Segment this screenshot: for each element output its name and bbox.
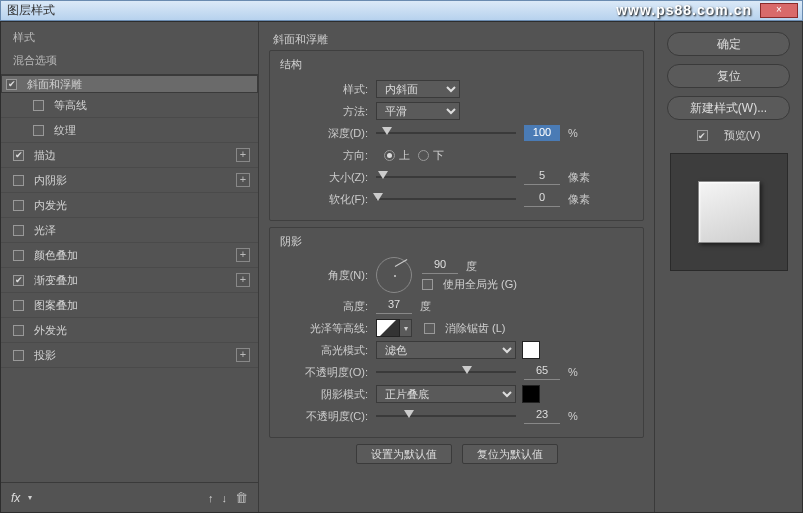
default-buttons-row: 设置为默认值 复位为默认值 (269, 444, 644, 464)
style-item-6[interactable]: 光泽 (1, 218, 258, 243)
fx-chevron-icon[interactable]: ▾ (28, 493, 32, 502)
style-item-0[interactable]: 斜面和浮雕 (1, 75, 258, 93)
shadow-opacity-label: 不透明度(C): (280, 409, 376, 424)
shadow-opacity-unit: % (568, 410, 578, 422)
size-slider[interactable] (376, 170, 516, 184)
method-select[interactable]: 平滑 (376, 102, 460, 120)
style-checkbox[interactable] (13, 175, 24, 186)
style-item-7[interactable]: 颜色叠加+ (1, 243, 258, 268)
arrow-up-icon[interactable]: ↑ (208, 492, 214, 504)
shading-group: 阴影 角度(N): 90度 使用全局光 (G) 高度:37度 光泽等高线:▾消除… (269, 227, 644, 438)
fx-icon[interactable]: fx (11, 491, 20, 505)
style-checkbox[interactable] (13, 325, 24, 336)
angle-input[interactable]: 90 (422, 258, 458, 274)
style-checkbox[interactable] (33, 100, 44, 111)
style-label: 颜色叠加 (34, 248, 236, 263)
size-input[interactable]: 5 (524, 169, 560, 185)
direction-down-radio[interactable] (418, 150, 429, 161)
gloss-contour-dropdown[interactable]: ▾ (400, 319, 412, 337)
soften-label: 软化(F): (280, 192, 376, 207)
style-checkbox[interactable] (13, 250, 24, 261)
style-checkbox[interactable] (13, 300, 24, 311)
blend-options-header[interactable]: 混合选项 (1, 49, 258, 75)
highlight-mode-select[interactable]: 滤色 (376, 341, 516, 359)
reset-default-button[interactable]: 复位为默认值 (462, 444, 558, 464)
highlight-opacity-label: 不透明度(O): (280, 365, 376, 380)
style-label: 外发光 (34, 323, 250, 338)
style-checkbox[interactable] (13, 150, 24, 161)
style-label: 光泽 (34, 223, 250, 238)
watermark: www.ps88.com.cn (616, 2, 752, 18)
style-item-3[interactable]: 描边+ (1, 143, 258, 168)
style-checkbox[interactable] (13, 350, 24, 361)
shadow-mode-select[interactable]: 正片叠底 (376, 385, 516, 403)
options-panel: 斜面和浮雕 结构 样式:内斜面 方法:平滑 深度(D):100% 方向:上下 大… (259, 22, 654, 512)
cancel-button[interactable]: 复位 (667, 64, 790, 88)
angle-unit: 度 (466, 259, 477, 274)
shading-title: 阴影 (280, 234, 633, 249)
highlight-color-swatch[interactable] (522, 341, 540, 359)
style-item-11[interactable]: 投影+ (1, 343, 258, 368)
style-label: 样式: (280, 82, 376, 97)
styles-list: 斜面和浮雕等高线纹理描边+内阴影+内发光光泽颜色叠加+渐变叠加+图案叠加外发光投… (1, 75, 258, 482)
style-item-2[interactable]: 纹理 (1, 118, 258, 143)
add-effect-icon[interactable]: + (236, 273, 250, 287)
style-item-1[interactable]: 等高线 (1, 93, 258, 118)
close-button[interactable]: × (760, 3, 798, 18)
make-default-button[interactable]: 设置为默认值 (356, 444, 452, 464)
direction-up-radio[interactable] (384, 150, 395, 161)
structure-group: 结构 样式:内斜面 方法:平滑 深度(D):100% 方向:上下 大小(Z):5… (269, 50, 644, 221)
style-select[interactable]: 内斜面 (376, 80, 460, 98)
gloss-contour-swatch[interactable] (376, 319, 400, 337)
style-item-10[interactable]: 外发光 (1, 318, 258, 343)
panel-title: 斜面和浮雕 (273, 32, 644, 47)
style-label: 斜面和浮雕 (27, 77, 253, 92)
antialias-label: 消除锯齿 (L) (445, 321, 506, 336)
titlebar: 图层样式 www.ps88.com.cn × (0, 0, 803, 21)
add-effect-icon[interactable]: + (236, 348, 250, 362)
antialias-checkbox[interactable] (424, 323, 435, 334)
preview-swatch (698, 181, 760, 243)
altitude-input[interactable]: 37 (376, 298, 412, 314)
highlight-mode-label: 高光模式: (280, 343, 376, 358)
soften-slider[interactable] (376, 192, 516, 206)
style-checkbox[interactable] (13, 275, 24, 286)
angle-dial[interactable] (376, 257, 412, 293)
style-checkbox[interactable] (13, 200, 24, 211)
style-checkbox[interactable] (6, 79, 17, 90)
style-item-9[interactable]: 图案叠加 (1, 293, 258, 318)
altitude-label: 高度: (280, 299, 376, 314)
shadow-opacity-input[interactable]: 23 (524, 408, 560, 424)
preview-checkbox[interactable] (697, 130, 708, 141)
trash-icon[interactable]: 🗑 (235, 490, 248, 505)
actions-panel: 确定 复位 新建样式(W)... 预览(V) (654, 22, 802, 512)
shadow-color-swatch[interactable] (522, 385, 540, 403)
method-label: 方法: (280, 104, 376, 119)
dialog-title: 图层样式 (7, 2, 55, 19)
structure-title: 结构 (280, 57, 633, 72)
style-item-4[interactable]: 内阴影+ (1, 168, 258, 193)
depth-input[interactable]: 100 (524, 125, 560, 141)
global-light-label: 使用全局光 (G) (443, 277, 517, 292)
highlight-opacity-input[interactable]: 65 (524, 364, 560, 380)
size-unit: 像素 (568, 170, 590, 185)
style-label: 图案叠加 (34, 298, 250, 313)
style-item-8[interactable]: 渐变叠加+ (1, 268, 258, 293)
angle-label: 角度(N): (280, 268, 376, 283)
add-effect-icon[interactable]: + (236, 248, 250, 262)
style-item-5[interactable]: 内发光 (1, 193, 258, 218)
add-effect-icon[interactable]: + (236, 148, 250, 162)
soften-input[interactable]: 0 (524, 191, 560, 207)
style-checkbox[interactable] (33, 125, 44, 136)
style-checkbox[interactable] (13, 225, 24, 236)
global-light-checkbox[interactable] (422, 279, 433, 290)
highlight-opacity-slider[interactable] (376, 365, 516, 379)
depth-slider[interactable] (376, 126, 516, 140)
new-style-button[interactable]: 新建样式(W)... (667, 96, 790, 120)
add-effect-icon[interactable]: + (236, 173, 250, 187)
shadow-opacity-slider[interactable] (376, 409, 516, 423)
ok-button[interactable]: 确定 (667, 32, 790, 56)
style-label: 内阴影 (34, 173, 236, 188)
size-label: 大小(Z): (280, 170, 376, 185)
arrow-down-icon[interactable]: ↓ (222, 492, 228, 504)
